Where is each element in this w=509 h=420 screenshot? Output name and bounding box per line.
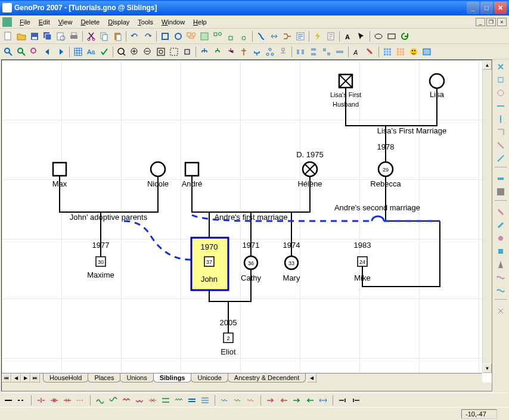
- rtb-15[interactable]: [495, 259, 507, 270]
- new-button[interactable]: [2, 30, 14, 42]
- tb2-autofind-button[interactable]: [15, 46, 27, 58]
- report-button[interactable]: [325, 30, 337, 42]
- btb-rel2-icon[interactable]: [49, 396, 59, 405]
- shape-rect-button[interactable]: [386, 30, 398, 42]
- merge-button[interactable]: [281, 30, 293, 42]
- person-mike[interactable]: 1983 24 Mike: [354, 241, 371, 282]
- btb-arrow1-icon[interactable]: [266, 396, 275, 405]
- cut-button[interactable]: [85, 30, 97, 42]
- rtb-18[interactable]: [495, 305, 507, 317]
- person-mary[interactable]: 1974 33 Mary: [283, 241, 300, 282]
- tab-last-button[interactable]: ⏭: [30, 374, 40, 382]
- print-preview-button[interactable]: [55, 30, 67, 42]
- tab-scroll-left-button[interactable]: ◀: [307, 374, 316, 382]
- pointer-tool-button[interactable]: [355, 30, 367, 42]
- rtb-13[interactable]: [495, 232, 507, 244]
- btb-emo9-icon[interactable]: [200, 396, 210, 405]
- mdi-close-button[interactable]: ×: [497, 18, 507, 26]
- btb-rel3-icon[interactable]: [63, 396, 72, 405]
- btb-emo2-icon[interactable]: [108, 396, 118, 405]
- close-button[interactable]: ✕: [494, 2, 507, 14]
- tb2-zoomfit-button[interactable]: [155, 46, 167, 58]
- hyperlink-button[interactable]: [268, 30, 280, 42]
- tb2-tree-g-button[interactable]: [277, 46, 289, 58]
- btb-arrow2-icon[interactable]: [279, 396, 288, 405]
- tb2-zoomin-button[interactable]: [129, 46, 141, 58]
- mdi-minimize-button[interactable]: _: [476, 18, 485, 26]
- tab-siblings[interactable]: Siblings: [153, 374, 192, 382]
- person-eliot[interactable]: 2 Eliot: [221, 333, 236, 356]
- tb2-layout-c-button[interactable]: [321, 46, 333, 58]
- menu-tools[interactable]: Tools: [134, 17, 157, 27]
- btb-arrow3-icon[interactable]: [292, 396, 302, 405]
- tb2-font-button[interactable]: Aa: [85, 46, 97, 58]
- menu-file[interactable]: File: [15, 17, 35, 27]
- rtb-17[interactable]: [495, 285, 507, 297]
- tb2-next-button[interactable]: [55, 46, 67, 58]
- tb2-smiley-button[interactable]: [408, 46, 420, 58]
- btb-line-icon[interactable]: [4, 396, 13, 405]
- add-parents-button[interactable]: [212, 30, 224, 42]
- tb2-find-button[interactable]: [2, 46, 14, 58]
- link-andre-second-marriage[interactable]: [362, 176, 440, 287]
- rtb-3[interactable]: [495, 87, 507, 99]
- tab-places[interactable]: Places: [88, 374, 120, 382]
- scrollbar-horizontal[interactable]: [2, 382, 492, 391]
- shape-ellipse-button[interactable]: [373, 30, 384, 42]
- tb2-layout-b-button[interactable]: [308, 46, 319, 58]
- properties-button[interactable]: [294, 30, 306, 42]
- rtb-9[interactable]: [495, 173, 507, 185]
- tb2-tree-a-button[interactable]: [198, 46, 210, 58]
- rtb-11[interactable]: [495, 206, 507, 218]
- new-male-button[interactable]: [159, 30, 171, 42]
- tab-prev-button[interactable]: ◀: [11, 374, 21, 382]
- add-daughter-button[interactable]: [238, 30, 250, 42]
- menu-window[interactable]: Window: [157, 17, 189, 27]
- open-button[interactable]: [15, 30, 27, 42]
- tb2-grid-button[interactable]: [381, 46, 393, 58]
- tb2-zoomout-button[interactable]: [142, 46, 154, 58]
- scrollbar-vertical[interactable]: ▲ ▼: [482, 60, 492, 373]
- tab-first-button[interactable]: ⏮: [2, 374, 11, 382]
- print-button[interactable]: [68, 30, 80, 42]
- rtb-7[interactable]: [495, 139, 507, 151]
- minimize-button[interactable]: _: [467, 2, 479, 14]
- rtb-4[interactable]: [495, 100, 507, 112]
- tb2-snap-button[interactable]: [395, 46, 406, 58]
- rtb-2[interactable]: [495, 74, 507, 86]
- btb-emo7-icon[interactable]: [174, 396, 184, 405]
- tb2-findlink-button[interactable]: [29, 46, 41, 58]
- new-female-button[interactable]: [172, 30, 184, 42]
- btb-emo8-icon[interactable]: [187, 396, 197, 405]
- btb-emo1-icon[interactable]: [95, 396, 105, 405]
- tb2-color-button[interactable]: [364, 46, 376, 58]
- save-button[interactable]: [29, 30, 41, 42]
- mdi-restore-button[interactable]: ❐: [486, 18, 496, 26]
- tb2-tree-d-button[interactable]: [238, 46, 250, 58]
- menu-help[interactable]: Help: [189, 17, 211, 27]
- new-family-button[interactable]: [185, 30, 197, 42]
- rtb-14[interactable]: [495, 245, 507, 257]
- btb-emo3-icon[interactable]: [122, 396, 131, 405]
- btb-rel1-icon[interactable]: [36, 396, 46, 405]
- link-adoptive-john[interactable]: [124, 221, 191, 260]
- family-wizard-button[interactable]: [198, 30, 210, 42]
- link-tool-button[interactable]: [255, 30, 267, 42]
- rtb-12[interactable]: [495, 219, 507, 231]
- rtb-16[interactable]: [495, 272, 507, 284]
- menu-delete[interactable]: Delete: [76, 17, 104, 27]
- tb2-image-button[interactable]: [421, 46, 433, 58]
- copy-button[interactable]: [98, 30, 110, 42]
- tb2-zoomsel-button[interactable]: [181, 46, 193, 58]
- btb-emo4-icon[interactable]: [135, 396, 144, 405]
- scroll-up-button[interactable]: ▲: [483, 60, 492, 70]
- tb2-tree-c-button[interactable]: [225, 46, 237, 58]
- btb-end1-icon[interactable]: [338, 396, 347, 405]
- refresh-button[interactable]: [399, 30, 411, 42]
- btb-arrow5-icon[interactable]: [318, 396, 328, 405]
- rtb-10[interactable]: [495, 186, 507, 198]
- menu-edit[interactable]: Edit: [35, 17, 54, 27]
- tab-next-button[interactable]: ▶: [21, 374, 30, 382]
- person-maxime[interactable]: 30 Maxime: [87, 257, 114, 279]
- text-tool-button[interactable]: A: [342, 30, 354, 42]
